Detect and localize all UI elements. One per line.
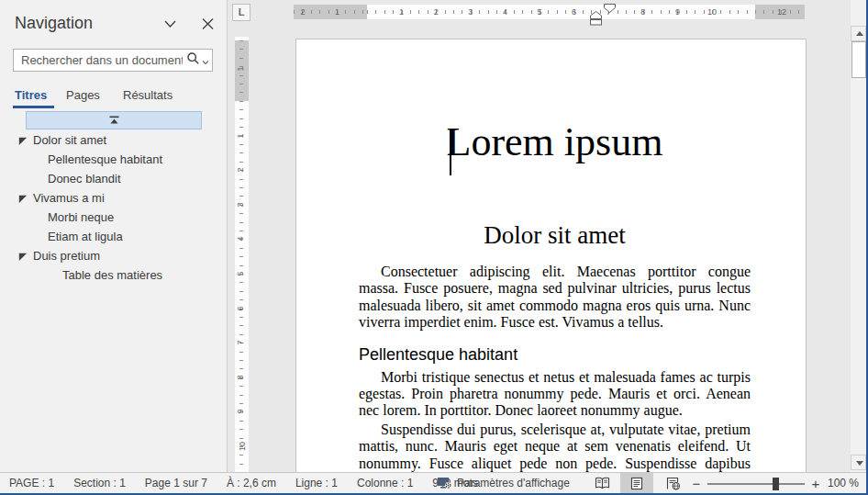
scrollbar-thumb[interactable] xyxy=(851,41,866,78)
ruler-number: 12 xyxy=(777,6,786,18)
ruler-number: 1 xyxy=(335,6,339,18)
ruler-number: 4 xyxy=(503,6,507,18)
heading-item[interactable]: Table des matières xyxy=(0,265,227,285)
heading-item[interactable]: Pellentesque habitant xyxy=(0,150,227,169)
ruler-number: 3 xyxy=(468,6,473,18)
ruler-number: 4 xyxy=(236,237,245,242)
scroll-up-button[interactable] xyxy=(851,26,866,41)
collapse-triangle-icon[interactable] xyxy=(18,136,28,145)
web-layout-button[interactable] xyxy=(657,473,690,493)
heading-label[interactable]: Dolor sit amet xyxy=(33,130,106,150)
scroll-down-button[interactable] xyxy=(851,455,866,470)
jump-to-top-icon xyxy=(109,116,119,125)
vertical-scrollbar[interactable] xyxy=(851,0,866,472)
first-line-indent-marker[interactable] xyxy=(604,4,616,13)
ruler-top-margin: 1 xyxy=(235,40,249,101)
current-position-highlight[interactable] xyxy=(26,111,202,129)
display-settings-icon xyxy=(437,477,452,489)
tab-pages[interactable]: Pages xyxy=(66,88,100,102)
web-layout-icon xyxy=(666,477,681,490)
heading-label[interactable]: Morbi neque xyxy=(48,208,114,227)
ruler-number: 8 xyxy=(640,6,645,18)
zoom-out-button[interactable]: − xyxy=(690,473,703,493)
read-mode-button[interactable] xyxy=(585,473,618,493)
heading-label[interactable]: Pellentesque habitant xyxy=(48,150,162,169)
read-mode-icon xyxy=(595,477,610,489)
tab-stop-selector[interactable]: L xyxy=(232,4,250,21)
hanging-indent-marker[interactable] xyxy=(590,11,602,26)
status-line[interactable]: Ligne : 1 xyxy=(295,477,338,489)
heading-item[interactable]: Dolor sit amet xyxy=(0,130,227,150)
tab-resultats[interactable]: Résultats xyxy=(123,88,172,102)
ruler-number: 1 xyxy=(236,133,245,138)
heading-item[interactable]: Duis pretium xyxy=(0,246,227,265)
search-box[interactable] xyxy=(13,49,213,72)
collapse-triangle-icon[interactable] xyxy=(18,194,28,203)
heading-item[interactable]: Vivamus a mi xyxy=(0,188,227,208)
ruler-number: 2 xyxy=(434,6,439,18)
close-icon[interactable] xyxy=(201,17,215,28)
heading-item[interactable]: Etiam at ligula xyxy=(0,227,227,246)
document-canvas: L 12345678910 21 12 xyxy=(228,0,866,472)
ruler-number: 8 xyxy=(236,375,245,379)
ruler-number: 3 xyxy=(236,202,245,207)
zoom-in-button[interactable]: + xyxy=(809,473,822,493)
heading-label[interactable]: Duis pretium xyxy=(33,246,100,265)
display-settings-button[interactable]: Paramètres d'affichage xyxy=(437,473,570,493)
print-layout-button[interactable] xyxy=(620,473,653,493)
headings-tree: Dolor sit amet Pellentesque habitant Don… xyxy=(0,110,227,285)
status-column[interactable]: Colonne : 1 xyxy=(357,477,413,489)
print-layout-icon xyxy=(630,477,643,490)
navigation-pane-header: Navigation xyxy=(0,0,227,40)
tab-titres[interactable]: Titres xyxy=(15,88,47,102)
page-content[interactable]: Lorem ipsum Dolor sit amet Consectetuer … xyxy=(359,39,751,472)
arrow-up-icon xyxy=(856,31,863,36)
heading-label[interactable]: Etiam at ligula xyxy=(48,227,123,246)
ruler-number: 5 xyxy=(537,6,541,18)
ruler-ticks xyxy=(239,101,243,472)
status-vertical-position[interactable]: À : 2,6 cm xyxy=(227,477,276,489)
word-window: Navigation xyxy=(0,0,868,495)
search-icon[interactable] xyxy=(186,51,200,69)
status-page-count[interactable]: Page 1 sur 7 xyxy=(145,477,207,489)
heading-label[interactable]: Vivamus a mi xyxy=(33,188,105,208)
status-page-number[interactable]: PAGE : 1 xyxy=(9,477,54,489)
document-page[interactable]: Lorem ipsum Dolor sit amet Consectetuer … xyxy=(295,39,807,472)
search-input[interactable] xyxy=(14,53,186,67)
zoom-slider-thumb[interactable] xyxy=(773,478,779,490)
status-bar: PAGE : 1 Section : 1 Page 1 sur 7 À : 2,… xyxy=(0,472,866,493)
chevron-down-icon[interactable] xyxy=(163,17,177,28)
document-paragraph[interactable]: Consectetuer adipiscing elit. Maecenas p… xyxy=(359,264,751,332)
navigation-pane: Navigation xyxy=(0,0,228,472)
search-icons xyxy=(186,51,214,69)
ruler-number: 9 xyxy=(236,410,245,414)
navigation-pane-title: Navigation xyxy=(15,14,93,33)
ruler-number: 1 xyxy=(399,6,404,18)
zoom-slider-track[interactable] xyxy=(707,483,805,485)
document-heading-1[interactable]: Dolor sit amet xyxy=(359,219,751,251)
document-heading-2[interactable]: Pellentesque habitant xyxy=(359,344,751,365)
ruler-number: 9 xyxy=(675,6,680,18)
ruler-number: 2 xyxy=(300,6,305,18)
heading-item[interactable]: Morbi neque xyxy=(0,208,227,227)
document-paragraph[interactable]: Suspendisse dui purus, scelerisque at, v… xyxy=(359,422,751,472)
ruler-ticks xyxy=(367,10,755,14)
document-paragraph[interactable]: Morbi tristique senectus et netus et mal… xyxy=(359,369,751,420)
heading-label[interactable]: Donec blandit xyxy=(48,169,121,188)
horizontal-ruler[interactable]: 12345678910 21 12 xyxy=(294,5,805,19)
heading-item[interactable]: Donec blandit xyxy=(0,169,227,188)
document-title[interactable]: Lorem ipsum xyxy=(359,117,751,168)
collapse-triangle-icon[interactable] xyxy=(18,252,28,261)
search-options-chevron-icon[interactable] xyxy=(202,52,209,69)
vertical-ruler[interactable]: 1 12345678910 xyxy=(235,37,249,472)
ruler-number: 2 xyxy=(236,168,245,173)
current-position-marker[interactable] xyxy=(0,110,227,130)
zoom-level[interactable]: 100 % xyxy=(828,473,859,493)
ruler-number: 6 xyxy=(572,6,576,18)
ruler-number: 6 xyxy=(236,306,245,310)
ruler-left-margin-numbers: 21 xyxy=(294,5,367,19)
status-section[interactable]: Section : 1 xyxy=(73,477,126,489)
display-settings-label: Paramètres d'affichage xyxy=(457,477,570,489)
arrow-down-icon xyxy=(856,461,863,466)
heading-label[interactable]: Table des matières xyxy=(62,265,162,285)
